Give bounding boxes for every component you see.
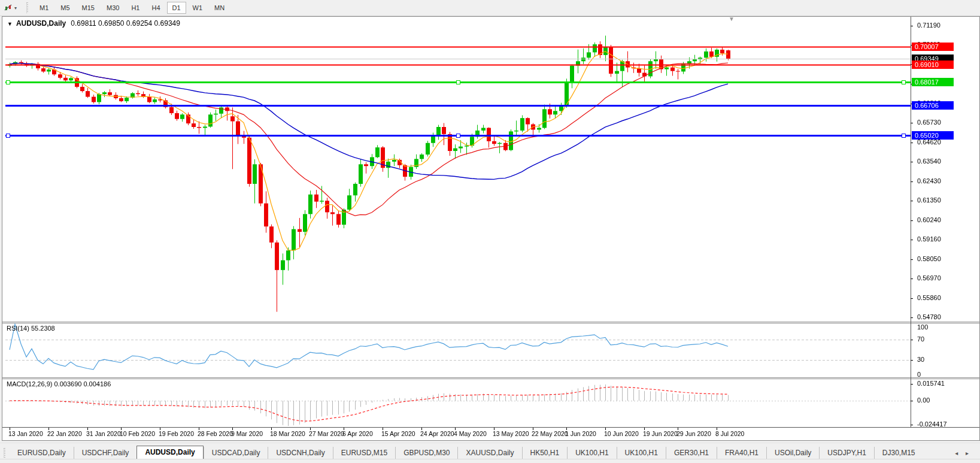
top-toolbar: ▾ M1M5M15M30H1H4D1W1MN [0,0,980,16]
macd-signal-value: 0.004186 [83,380,111,388]
chart-tab-fra40-h1[interactable]: FRA40,H1 [717,447,766,459]
price-axis-tick: 0.62430 [917,177,941,184]
chart-tab-audusd-daily[interactable]: AUDUSD,Daily [136,446,203,459]
price-axis-tick: 0.60240 [917,216,941,223]
price-label-0.66706: 0.66706 [912,101,954,110]
tabbar-gripper [4,448,7,458]
date-axis-label: 24 Apr 2020 [420,430,454,437]
date-axis-label: 22 May 2020 [532,430,568,437]
timeframe-button-m30[interactable]: M30 [101,2,125,14]
status-strip [0,459,980,463]
chart-tab-hk50-h1[interactable]: HK50,H1 [522,447,568,459]
date-axis-label: 13 May 2020 [493,430,529,437]
date-axis-label: 10 Jun 2020 [604,430,639,437]
chart-tab-bar: EURUSD,DailyUSDCHF,DailyAUDUSD,DailyUSDC… [0,443,980,459]
date-axis-label: 22 Jan 2020 [47,430,82,437]
date-axis-label: 27 Mar 2020 [309,430,344,437]
macd-axis-tick: -0.024417 [917,420,947,428]
tool-dropdown-caret-icon[interactable]: ▾ [14,5,20,11]
date-axis-label: 10 Feb 2020 [120,430,155,437]
date-axis-label: 13 Jan 2020 [8,430,43,437]
timeframe-button-mn[interactable]: MN [209,2,230,14]
timeframe-button-group: M1M5M15M30H1H4D1W1MN [34,2,230,14]
price-label-0.68017: 0.68017 [912,78,954,86]
price-label-0.65020: 0.65020 [912,131,954,140]
chart-tab-usdchf-daily[interactable]: USDCHF,Daily [74,447,137,459]
macd-name: MACD(12,26,9) [7,380,52,388]
chart-window: ▼AUDUSD,Daily0.69811 0.69850 0.69254 0.6… [2,16,980,441]
date-axis-label: 18 Mar 2020 [270,430,305,437]
date-axis-label: 31 Jan 2020 [86,430,121,437]
macd-main-value: 0.003690 [54,380,81,388]
tab-scroll-arrows: ◂ ▸ [952,450,972,456]
date-axis-label: 19 Feb 2020 [159,430,194,437]
chart-tab-ger30-h1[interactable]: GER30,H1 [666,447,717,459]
price-axis-tick: 0.63540 [917,158,941,165]
macd-indicator-label: MACD(12,26,9) 0.003690 0.004186 [7,380,111,388]
chart-tab-eurusd-m15[interactable]: EURUSD,M15 [333,447,395,459]
macd-axis-tick: 0.00 [917,397,930,404]
chart-tab-usdcad-daily[interactable]: USDCAD,Daily [204,447,268,459]
chart-tab-usdcnh-daily[interactable]: USDCNH,Daily [268,447,332,459]
chart-tab-gbpusd-m30[interactable]: GBPUSD,M30 [395,447,457,459]
price-axis-tick: 0.59160 [917,235,941,243]
rsi-value: 55.2308 [31,325,55,332]
date-axis-label: 4 May 2020 [454,430,487,437]
timeframe-button-w1[interactable]: W1 [187,2,208,14]
date-axis-label: 8 Jul 2020 [715,430,744,437]
price-label-0.70007: 0.70007 [912,43,954,51]
timeframe-button-m15[interactable]: M15 [77,2,100,14]
chart-tab-dj30-m15[interactable]: DJ30,M15 [874,447,923,459]
tab-scroll-right-icon[interactable]: ▸ [963,450,972,456]
price-axis-tick: 0.54780 [917,313,941,320]
chart-tab-uk100-h1[interactable]: UK100,H1 [567,447,616,459]
chart-tab-eurusd-daily[interactable]: EURUSD,Daily [10,447,74,459]
chart-cursor-tool-icon[interactable] [4,3,13,13]
rsi-axis-tick: 0 [917,371,921,378]
tab-scroll-left-icon[interactable]: ◂ [952,450,961,456]
symbol-label: AUDUSD,Daily [16,19,66,28]
price-axis-tick: 0.56970 [917,274,941,282]
rsi-indicator-label: RSI(14) 55.2308 [7,325,55,332]
rsi-axis-tick: 30 [917,356,924,363]
price-axis-tick: 0.58050 [917,255,941,262]
price-label-0.69010: 0.69010 [912,60,954,69]
timeframe-button-h1[interactable]: H1 [126,2,145,14]
ohlc-readout: 0.69811 0.69850 0.69254 0.69349 [71,19,180,28]
date-axis-label: 15 Apr 2020 [381,430,415,437]
macd-axis-tick: 0.015741 [917,380,945,387]
timeframe-button-h4[interactable]: H4 [146,2,165,14]
chart-tab-xauusd-daily[interactable]: XAUUSD,Daily [457,447,521,459]
chart-tab-usoil-daily[interactable]: USOil,Daily [766,447,819,459]
chart-shift-marker[interactable]: ▼ [729,16,735,22]
chart-tab-uk100-h1[interactable]: UK100,H1 [617,447,666,459]
rsi-axis-tick: 100 [917,323,928,331]
timeframe-button-m1[interactable]: M1 [34,2,54,14]
date-axis-label: 28 Feb 2020 [198,430,233,437]
date-axis-label: 29 Jun 2020 [676,430,711,437]
chart-canvas[interactable] [2,17,979,439]
date-axis-label: 9 Mar 2020 [231,430,263,437]
tab-items: EURUSD,DailyUSDCHF,DailyAUDUSD,DailyUSDC… [10,446,923,459]
price-axis-tick: 0.65730 [917,119,941,126]
timeframe-button-d1[interactable]: D1 [167,2,186,14]
symbol-dropdown-icon[interactable]: ▼ [7,21,13,27]
toolbar-gripper [26,2,30,13]
price-axis-tick: 0.55860 [917,294,941,301]
rsi-name: RSI(14) [7,325,29,332]
chart-tab-usdjpy-h1[interactable]: USDJPY,H1 [819,447,873,459]
price-axis-tick: 0.61350 [917,196,941,204]
rsi-axis-tick: 70 [917,335,924,343]
date-axis-label: 6 Apr 2020 [342,430,373,437]
price-axis-tick: 0.71190 [917,22,940,29]
timeframe-button-m5[interactable]: M5 [55,2,75,14]
date-axis-label: 19 Jun 2020 [643,430,678,437]
date-axis-label: 1 Jun 2020 [565,430,596,437]
chart-title: ▼AUDUSD,Daily0.69811 0.69850 0.69254 0.6… [7,19,180,28]
